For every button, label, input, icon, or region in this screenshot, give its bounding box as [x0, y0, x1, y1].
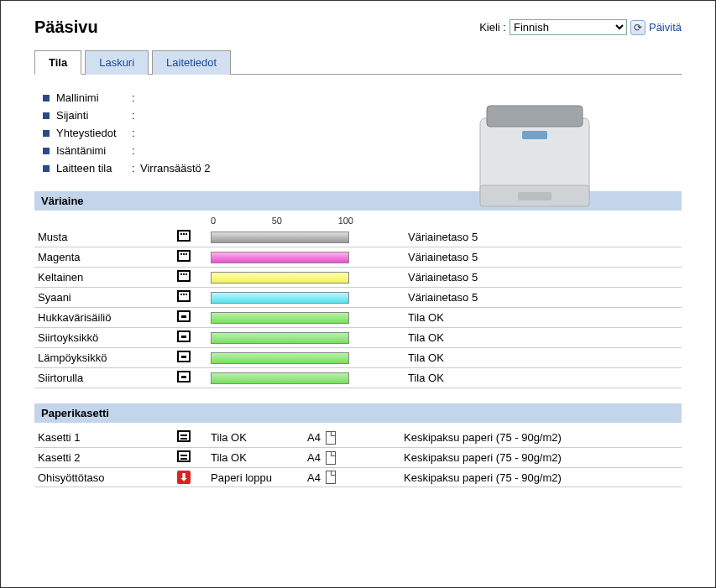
- tray-status: Tila OK: [211, 431, 307, 444]
- level-bar: [211, 312, 349, 324]
- toner-row: SiirtorullaTila OK: [34, 368, 682, 388]
- language-area: Kieli : Finnish ⟳ Päivitä: [479, 19, 682, 35]
- info-label: Mallinimi: [56, 91, 132, 104]
- toner-icon: [177, 270, 191, 282]
- paper-type: Keskipaksu paperi (75 - 90g/m2): [404, 451, 682, 464]
- svg-rect-3: [522, 131, 547, 139]
- level-bar: [211, 232, 349, 243]
- level-bar: [211, 372, 349, 384]
- toner-status: Väriainetaso 5: [408, 291, 682, 304]
- level-bar: [211, 332, 349, 344]
- tray-empty-icon: ⬇: [177, 471, 191, 484]
- toner-name: Magenta: [34, 251, 177, 263]
- bullet-icon: [43, 112, 50, 119]
- paper-size-icon: [326, 451, 336, 465]
- scale-100: 100: [338, 216, 353, 226]
- tab-status[interactable]: Tila: [34, 50, 81, 75]
- paper-size-icon: [326, 431, 336, 445]
- toner-icon: [177, 290, 191, 302]
- toner-row: LämpöyksikköTila OK: [34, 348, 682, 368]
- tab-device-info[interactable]: Laitetiedot: [152, 50, 231, 75]
- toner-status: Väriainetaso 5: [408, 231, 682, 243]
- toner-status: Tila OK: [408, 311, 682, 324]
- toner-status: Tila OK: [408, 331, 682, 344]
- unit-icon: [177, 330, 191, 342]
- info-label: Isäntänimi: [56, 144, 132, 157]
- scale-50: 50: [272, 216, 282, 226]
- toner-row: SiirtoyksikköTila OK: [34, 328, 682, 348]
- toner-row: MustaVäriainetaso 5: [34, 227, 682, 247]
- toner-name: Siirtoyksikkö: [34, 331, 177, 344]
- level-bar: [211, 252, 349, 263]
- toner-row: SyaaniVäriainetaso 5: [34, 288, 682, 308]
- page-root: Pääsivu Kieli : Finnish ⟳ Päivitä Tila L…: [0, 0, 716, 588]
- tab-counter[interactable]: Laskuri: [85, 50, 149, 75]
- bullet-icon: [43, 148, 50, 154]
- header-row: Pääsivu Kieli : Finnish ⟳ Päivitä: [34, 18, 682, 37]
- bullet-icon: [43, 130, 50, 137]
- toner-icon: [177, 250, 191, 262]
- toner-status: Tila OK: [408, 351, 682, 364]
- tray-status: Tila OK: [211, 451, 307, 464]
- tray-icon: [177, 450, 191, 462]
- paper-size: A4: [307, 451, 404, 465]
- language-select[interactable]: Finnish: [510, 19, 627, 35]
- toner-scale: 0 50 100: [34, 216, 682, 226]
- paper-section-header: Paperikasetti: [34, 403, 682, 423]
- unit-icon: [177, 310, 191, 322]
- unit-icon: [177, 371, 191, 382]
- paper-type: Keskipaksu paperi (75 - 90g/m2): [404, 471, 682, 484]
- paper-type: Keskipaksu paperi (75 - 90g/m2): [404, 431, 682, 444]
- svg-rect-2: [487, 106, 583, 127]
- svg-rect-4: [518, 192, 551, 200]
- toner-status: Väriainetaso 5: [408, 271, 682, 284]
- info-label: Yhteystiedot: [56, 127, 132, 139]
- refresh-icon: ⟳: [630, 20, 645, 35]
- tray-name: Kasetti 2: [34, 451, 177, 464]
- tray-icon: [177, 430, 191, 442]
- paper-size: A4: [307, 471, 404, 484]
- toner-name: Syaani: [34, 291, 177, 304]
- info-label: Sijainti: [56, 109, 132, 122]
- toner-row: MagentaVäriainetaso 5: [34, 247, 682, 268]
- info-label: Laitteen tila: [56, 162, 132, 174]
- paper-row: Kasetti 1Tila OKA4 Keskipaksu paperi (75…: [34, 428, 682, 448]
- tray-name: Ohisyöttötaso: [34, 471, 177, 484]
- toner-status: Tila OK: [408, 372, 682, 384]
- paper-size-icon: [326, 471, 336, 484]
- scale-0: 0: [211, 216, 216, 226]
- toner-name: Lämpöyksikkö: [34, 351, 177, 364]
- unit-icon: [177, 351, 191, 362]
- toner-table: MustaVäriainetaso 5MagentaVäriainetaso 5…: [34, 227, 682, 388]
- page-title: Pääsivu: [34, 18, 98, 37]
- tabs: Tila Laskuri Laitetiedot: [34, 49, 682, 75]
- toner-name: Musta: [34, 231, 177, 243]
- paper-size: A4: [307, 431, 404, 445]
- tray-name: Kasetti 1: [34, 431, 177, 444]
- refresh-label: Päivitä: [649, 21, 682, 34]
- level-bar: [211, 272, 349, 284]
- bullet-icon: [43, 95, 50, 101]
- tray-status: Paperi loppu: [211, 471, 307, 484]
- paper-row: Ohisyöttötaso⬇Paperi loppuA4 Keskipaksu …: [34, 468, 682, 487]
- level-bar: [211, 352, 349, 364]
- level-bar: [211, 292, 349, 304]
- toner-status: Väriainetaso 5: [408, 251, 682, 263]
- toner-name: Siirtorulla: [34, 372, 177, 384]
- toner-name: Hukkavärisäiliö: [34, 311, 177, 324]
- refresh-link[interactable]: ⟳ Päivitä: [630, 20, 682, 35]
- toner-name: Keltainen: [34, 271, 177, 284]
- bullet-icon: [43, 165, 50, 172]
- info-value: Virransäästö 2: [140, 162, 211, 174]
- toner-icon: [177, 230, 191, 242]
- paper-table: Kasetti 1Tila OKA4 Keskipaksu paperi (75…: [34, 428, 682, 487]
- toner-row: KeltainenVäriainetaso 5: [34, 268, 682, 288]
- language-label: Kieli :: [479, 21, 506, 34]
- toner-row: HukkavärisäiliöTila OK: [34, 308, 682, 328]
- printer-image: [472, 93, 598, 215]
- paper-row: Kasetti 2Tila OKA4 Keskipaksu paperi (75…: [34, 448, 682, 468]
